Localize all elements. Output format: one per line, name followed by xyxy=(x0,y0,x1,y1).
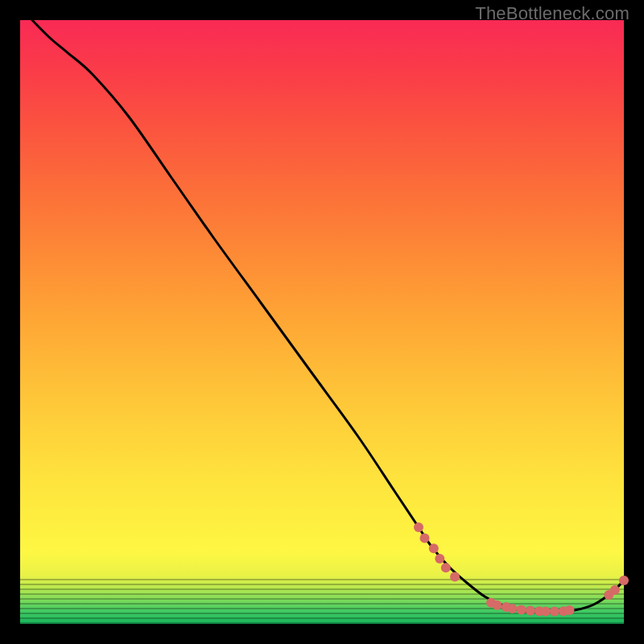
curve-marker xyxy=(420,534,430,543)
curve-marker xyxy=(507,604,517,613)
curve-svg xyxy=(20,20,624,624)
bottleneck-curve xyxy=(32,20,624,612)
curve-marker xyxy=(429,543,439,553)
curve-marker xyxy=(619,576,629,585)
plot-area xyxy=(20,20,624,624)
curve-marker xyxy=(565,605,575,615)
curve-marker xyxy=(414,522,423,532)
curve-marker xyxy=(541,607,551,617)
curve-marker xyxy=(526,606,535,616)
curve-marker xyxy=(610,585,620,595)
curve-marker xyxy=(450,572,460,582)
curve-marker xyxy=(435,554,444,564)
curve-marker xyxy=(550,607,559,617)
curve-marker xyxy=(493,601,502,610)
curve-marker xyxy=(517,605,526,614)
chart-frame: TheBottleneck.com xyxy=(0,0,644,644)
curve-marker xyxy=(441,563,451,572)
